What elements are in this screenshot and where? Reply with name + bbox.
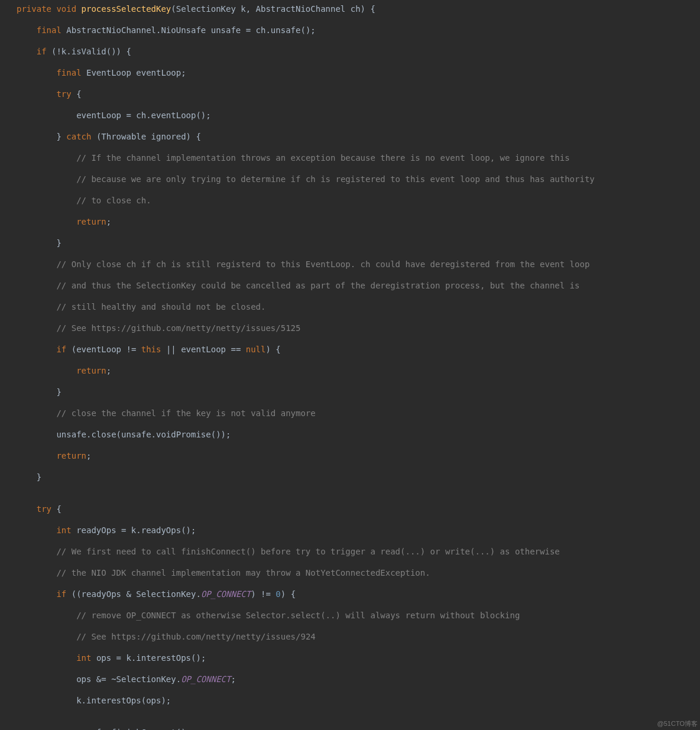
code-line: // close the channel if the key is not v…: [0, 408, 700, 418]
code-line: if ((readyOps & SelectionKey.OP_CONNECT)…: [0, 589, 700, 599]
watermark-text: @51CTO博客: [657, 718, 698, 729]
code-line: // remove OP_CONNECT as otherwise Select…: [0, 610, 700, 621]
code-line: ops &= ~SelectionKey.OP_CONNECT;: [0, 674, 700, 684]
code-line: // to close ch.: [0, 195, 700, 206]
code-line: eventLoop = ch.eventLoop();: [0, 110, 700, 121]
code-line: return;: [0, 216, 700, 227]
code-line: k.interestOps(ops);: [0, 695, 700, 706]
code-line: // See https://github.com/netty/netty/is…: [0, 323, 700, 333]
code-line: int readyOps = k.readyOps();: [0, 525, 700, 536]
code-line: // because we are only trying to determi…: [0, 174, 700, 184]
code-line: }: [0, 387, 700, 397]
code-line: // See https://github.com/netty/netty/is…: [0, 631, 700, 642]
code-line: // Only close ch if ch is still register…: [0, 259, 700, 270]
code-line: unsafe.finishConnect();: [0, 727, 700, 730]
code-line: // and thus the SelectionKey could be ca…: [0, 280, 700, 291]
code-line: int ops = k.interestOps();: [0, 653, 700, 663]
code-line: try {: [0, 504, 700, 514]
code-block: private void processSelectedKey(Selectio…: [0, 0, 700, 730]
code-line: final EventLoop eventLoop;: [0, 67, 700, 78]
code-line: // If the channel implementation throws …: [0, 153, 700, 163]
code-line: if (eventLoop != this || eventLoop == nu…: [0, 344, 700, 355]
code-line: unsafe.close(unsafe.voidPromise());: [0, 429, 700, 440]
code-line: if (!k.isValid()) {: [0, 46, 700, 57]
code-line: }: [0, 238, 700, 248]
code-line: }: [0, 472, 700, 482]
code-line: return;: [0, 365, 700, 376]
code-line: } catch (Throwable ignored) {: [0, 131, 700, 142]
code-line: // the NIO JDK channel implementation ma…: [0, 567, 700, 578]
code-line: final AbstractNioChannel.NioUnsafe unsaf…: [0, 25, 700, 35]
code-line: // still healthy and should not be close…: [0, 301, 700, 312]
code-line: try {: [0, 89, 700, 99]
code-line: return;: [0, 450, 700, 461]
code-line: // We first need to call finishConnect()…: [0, 546, 700, 557]
code-line: private void processSelectedKey(Selectio…: [0, 4, 700, 14]
